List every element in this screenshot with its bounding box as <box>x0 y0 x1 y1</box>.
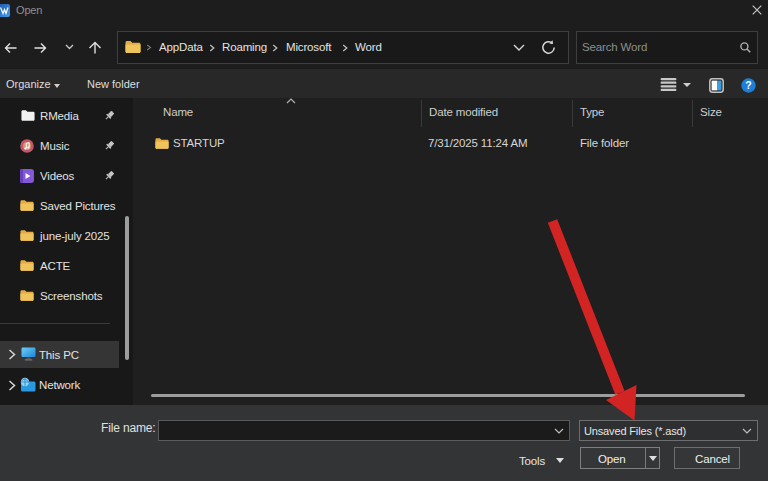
svg-text:?: ? <box>745 79 751 91</box>
